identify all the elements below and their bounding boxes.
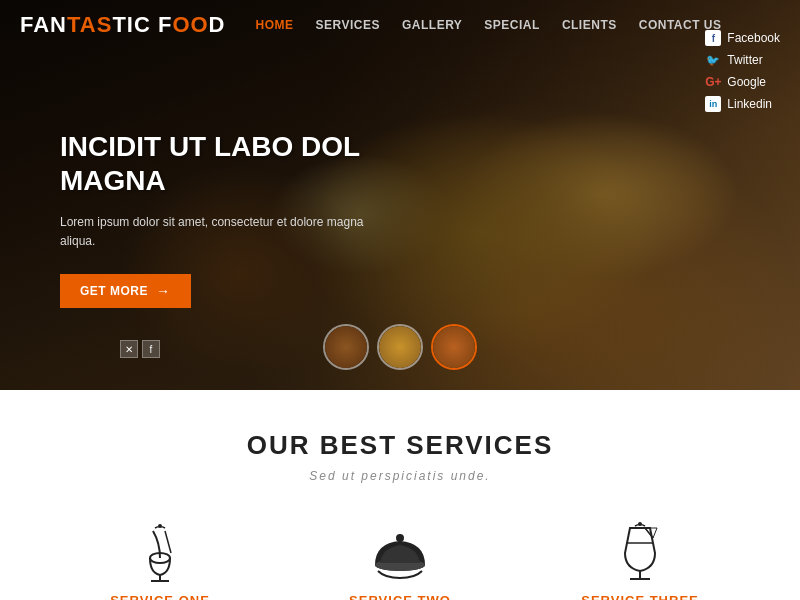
slide-thumb-1-image (325, 326, 367, 368)
nav-item-clients[interactable]: CLIENTS (562, 18, 617, 32)
svg-line-4 (165, 531, 171, 553)
get-more-arrow: → (156, 283, 171, 299)
services-grid: SERVICE ONE SERVICE TWO (20, 523, 780, 600)
slide-thumb-3[interactable] (431, 324, 477, 370)
get-more-button[interactable]: Get More → (60, 274, 191, 308)
service-two: SERVICE TWO (310, 523, 490, 600)
social-google[interactable]: G+ Google (705, 74, 780, 90)
site-logo[interactable]: FANTASTIC FOOD (20, 12, 226, 38)
main-nav: HOME SERVICES GALLERY SPECIAL CLIENTS CO… (256, 18, 781, 32)
svg-point-3 (158, 524, 162, 528)
slide-thumb-3-image (433, 326, 475, 368)
slide-prev-button[interactable]: ✕ (120, 340, 138, 358)
service-one: SERVICE ONE (70, 523, 250, 600)
services-title: OUR BEST SERVICES (20, 430, 780, 461)
service-two-label: SERVICE TWO (349, 593, 451, 600)
hero-section: FANTASTIC FOOD HOME SERVICES GALLERY SPE… (0, 0, 800, 390)
slide-thumbnails (323, 324, 477, 370)
service-three-label: SERVICE THREE (581, 593, 699, 600)
slide-next-button[interactable]: f (142, 340, 160, 358)
services-subtitle: Sed ut perspiciatis unde. (20, 469, 780, 483)
get-more-label: Get More (80, 284, 148, 298)
hero-content: INCIDIT UT LABO DOL MAGNA Lorem ipsum do… (60, 130, 400, 308)
linkedin-icon: in (705, 96, 721, 112)
nav-item-home[interactable]: HOME (256, 18, 294, 32)
nav-item-services[interactable]: SERVICES (316, 18, 380, 32)
service-three-icon (610, 523, 670, 583)
facebook-icon: f (705, 30, 721, 46)
service-three: SERVICE THREE (550, 523, 730, 600)
social-linkedin[interactable]: in Linkedin (705, 96, 780, 112)
nav-item-special[interactable]: SPECIAL (484, 18, 540, 32)
service-two-icon (370, 523, 430, 583)
linkedin-label: Linkedin (727, 97, 772, 111)
slide-thumb-2-image (379, 326, 421, 368)
service-one-label: SERVICE ONE (110, 593, 210, 600)
google-label: Google (727, 75, 766, 89)
services-section: OUR BEST SERVICES Sed ut perspiciatis un… (0, 390, 800, 600)
svg-point-11 (638, 522, 642, 526)
twitter-label: Twitter (727, 53, 762, 67)
service-one-icon (130, 523, 190, 583)
google-icon: G+ (705, 74, 721, 90)
twitter-icon: 🐦 (705, 52, 721, 68)
social-sidebar: f Facebook 🐦 Twitter G+ Google in Linked… (705, 30, 780, 112)
nav-item-gallery[interactable]: GALLERY (402, 18, 462, 32)
slide-thumb-1[interactable] (323, 324, 369, 370)
svg-point-7 (396, 534, 404, 542)
hero-title: INCIDIT UT LABO DOL MAGNA (60, 130, 400, 197)
social-twitter[interactable]: 🐦 Twitter (705, 52, 780, 68)
header: FANTASTIC FOOD HOME SERVICES GALLERY SPE… (0, 0, 800, 50)
social-facebook[interactable]: f Facebook (705, 30, 780, 46)
slideshow-nav: ✕ f (120, 340, 160, 358)
facebook-label: Facebook (727, 31, 780, 45)
hero-subtitle: Lorem ipsum dolor sit amet, consectetur … (60, 213, 400, 251)
slide-thumb-2[interactable] (377, 324, 423, 370)
